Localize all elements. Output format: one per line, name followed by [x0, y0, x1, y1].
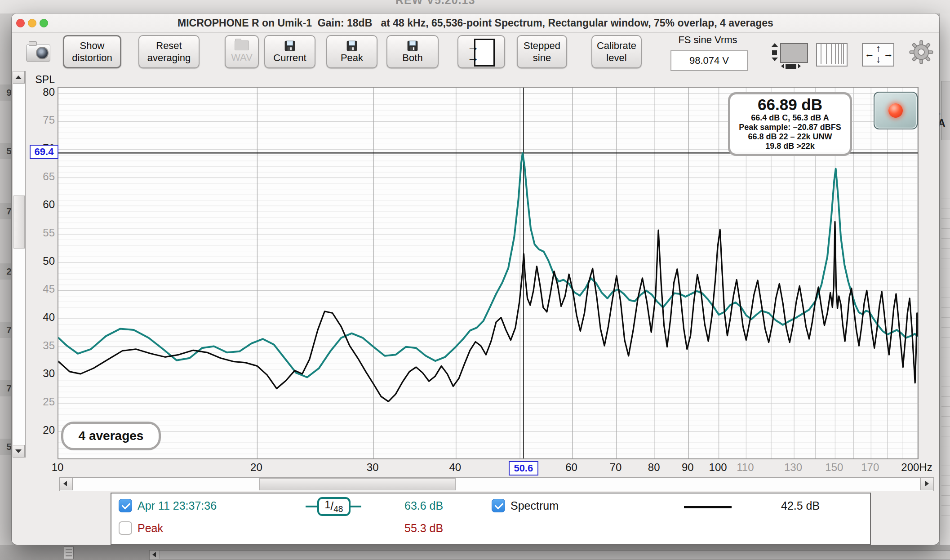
- x-tick-label: 60: [551, 461, 592, 474]
- background-gridline: [941, 209, 950, 209]
- background-gridline: [941, 476, 950, 476]
- reset-averaging-button[interactable]: Reset averaging: [138, 35, 200, 68]
- legend-line-right: [350, 506, 361, 507]
- background-gridline: [941, 307, 950, 308]
- scroll-left-button[interactable]: [150, 551, 160, 559]
- background-gridline: [941, 248, 950, 249]
- background-text-fragment: . A: [939, 105, 950, 129]
- rew-spectrum-window: MICROPHONE R on Umik-1 Gain: 18dB at 48 …: [12, 13, 939, 545]
- x-tick-label: 20: [236, 461, 276, 474]
- measurement-level-value: 63.6 dB: [404, 499, 443, 512]
- fs-sine-vrms-input[interactable]: 98.074 V: [670, 50, 748, 71]
- show-distortion-button[interactable]: Show distortion: [63, 35, 121, 68]
- vertical-scroll-thumb[interactable]: [13, 196, 25, 249]
- fs-sine-vrms-label: FS sine Vrms: [665, 34, 750, 46]
- scroll-left-button[interactable]: [59, 477, 73, 490]
- scroll-down-button[interactable]: [13, 445, 25, 458]
- background-gridline: [941, 199, 950, 199]
- background-left-strip: 9572775: [0, 13, 12, 545]
- stepped-sine-button[interactable]: Stepped sine: [517, 35, 567, 68]
- background-number-fragment: 7: [0, 322, 12, 338]
- x-tick-label: 110: [725, 461, 765, 474]
- spectrum-checkbox[interactable]: [492, 499, 505, 512]
- x-tick-label: 70: [595, 461, 636, 474]
- peak-sample-readout: Peak sample: −20.87 dBFS: [730, 123, 850, 132]
- background-gridline: [941, 337, 950, 338]
- x-tick-label: 130: [773, 461, 813, 474]
- background-number-fragment: 7: [0, 380, 12, 396]
- x-tick-label: 30: [352, 461, 393, 474]
- settings-gear-icon[interactable]: [909, 40, 934, 65]
- crosshair-frequency-label: 50.6: [509, 461, 538, 476]
- x-tick-label: 150: [814, 461, 854, 474]
- background-gridline: [941, 485, 950, 486]
- background-gridline: [941, 436, 950, 436]
- save-current-button[interactable]: Current: [264, 35, 315, 68]
- background-right-strip: . A: [939, 13, 950, 545]
- scroll-up-button[interactable]: [13, 71, 25, 84]
- background-gridline: [941, 228, 950, 229]
- background-gridline: [941, 416, 950, 417]
- background-window-strip: REW V5.20.13: [0, 0, 950, 13]
- main-level-readout: 66.89 dB: [730, 96, 850, 113]
- smoothing-badge[interactable]: 1/48: [317, 497, 351, 516]
- spl-axis-title: SPL: [23, 74, 55, 86]
- x-tick-label: 10: [37, 461, 78, 474]
- background-gridline: [941, 238, 950, 239]
- background-gridline: [941, 298, 950, 298]
- calibrate-level-button[interactable]: Calibrate level: [591, 35, 642, 68]
- background-number-fragment: 9: [0, 84, 12, 101]
- floppy-disk-icon: [346, 40, 358, 52]
- background-gridline: [941, 466, 950, 466]
- weighted-level-readout: 66.4 dB C, 56.3 dB A: [730, 113, 850, 123]
- window-title: MICROPHONE R on Umik-1 Gain: 18dB at 48 …: [12, 17, 939, 29]
- background-app-title: REW V5.20.13: [395, 0, 475, 7]
- peak-level-value: 55.3 dB: [404, 521, 443, 535]
- folder-icon: [235, 40, 249, 50]
- background-gridline: [941, 505, 950, 506]
- horizontal-scroll-thumb[interactable]: [259, 478, 456, 490]
- background-gridline: [941, 357, 950, 357]
- background-gridline: [941, 387, 950, 387]
- background-scrollbar[interactable]: [149, 550, 950, 560]
- title-bar[interactable]: MICROPHONE R on Umik-1 Gain: 18dB at 48 …: [12, 13, 939, 33]
- pan-arrows-icon[interactable]: ↑ ← → ↓: [862, 43, 894, 67]
- measurement-label[interactable]: Apr 11 23:37:36: [138, 499, 217, 512]
- input-routing-button[interactable]: → →: [457, 35, 505, 68]
- save-both-button[interactable]: Both: [386, 35, 439, 68]
- save-wav-button: WAV: [225, 35, 259, 68]
- spectrum-label[interactable]: Spectrum: [511, 499, 559, 512]
- measurement-checkbox[interactable]: [119, 499, 132, 512]
- horizontal-scrollbar[interactable]: [59, 477, 934, 491]
- peak-checkbox[interactable]: [119, 521, 132, 535]
- background-gridline: [941, 218, 950, 219]
- background-gridline: [941, 446, 950, 446]
- frequency-grid-icon[interactable]: [816, 43, 848, 67]
- legend-line-left: [306, 506, 317, 507]
- background-gridline: [941, 495, 950, 496]
- spectrum-level-value: 42.5 dB: [781, 499, 820, 512]
- background-number-fragment: 5: [0, 143, 12, 159]
- background-gridline: [941, 396, 950, 397]
- signal-input-icon: → →: [467, 39, 496, 65]
- scroll-right-button[interactable]: [920, 477, 934, 490]
- save-peak-button[interactable]: Peak: [326, 35, 377, 68]
- record-button[interactable]: [874, 92, 918, 129]
- peak-label[interactable]: Peak: [138, 521, 163, 535]
- background-gridline: [941, 515, 950, 516]
- vertical-scrollbar[interactable]: [13, 71, 26, 458]
- floppy-disk-icon: [284, 40, 296, 52]
- document-icon: [64, 547, 74, 559]
- axis-limits-icon[interactable]: [769, 42, 808, 69]
- background-gridline: [941, 377, 950, 377]
- background-gridline: [941, 426, 950, 427]
- spectrum-line-sample: [684, 506, 732, 508]
- background-gridline: [941, 268, 950, 268]
- crosshair-level-label: 69.4: [30, 145, 58, 159]
- capture-image-icon[interactable]: [26, 41, 51, 62]
- desktop: { "desktop": { "background_app_title": "…: [0, 0, 950, 560]
- record-dot-icon: [888, 103, 903, 118]
- background-gridline: [941, 456, 950, 456]
- background-gridline: [941, 347, 950, 347]
- background-gridline: [941, 317, 950, 318]
